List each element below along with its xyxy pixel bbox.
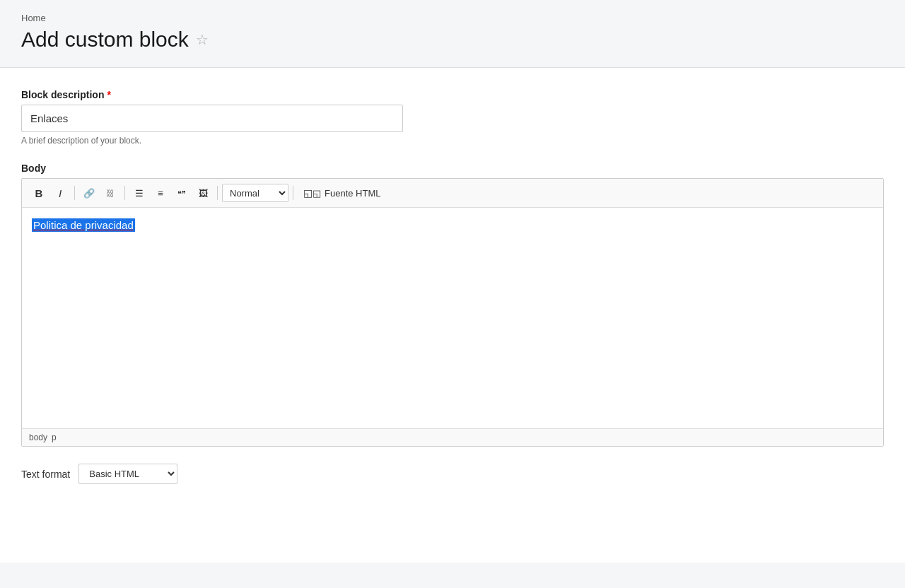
block-description-field-group: Block description * A brief description …	[21, 89, 884, 146]
editor-statusbar: body p	[22, 428, 883, 446]
editor-content-area[interactable]: Politica de privacidad	[22, 208, 883, 428]
unordered-list-button[interactable]	[129, 183, 149, 203]
image-icon	[199, 187, 208, 199]
page-header: Home Add custom block ☆	[0, 0, 905, 68]
toolbar-divider-4	[293, 186, 293, 200]
block-description-label-text: Block description	[21, 89, 104, 100]
link-icon	[83, 187, 95, 199]
statusbar-tag-body: body	[29, 433, 47, 442]
source-html-button[interactable]: ◱ Fuente HTML	[298, 184, 386, 201]
italic-button[interactable]: I	[50, 183, 70, 203]
image-button[interactable]	[193, 183, 213, 203]
body-field-group: Body B I	[21, 163, 884, 447]
page-title-row: Add custom block ☆	[21, 28, 884, 52]
required-star: *	[107, 89, 110, 100]
format-select-wrapper: Normal Heading 1 Heading 2 Heading 3 Hea…	[222, 184, 288, 202]
ordered-list-button[interactable]	[151, 183, 170, 203]
page-content: Block description * A brief description …	[0, 68, 905, 563]
unlink-icon	[106, 187, 115, 199]
statusbar-tag-p: p	[52, 433, 57, 442]
text-format-row: Text format Basic HTML Restricted HTML F…	[21, 464, 884, 484]
unlink-button[interactable]	[100, 183, 120, 203]
editor-paragraph[interactable]: Politica de privacidad	[32, 219, 873, 231]
unordered-list-icon	[135, 187, 144, 199]
breadcrumb-home[interactable]: Home	[21, 13, 46, 23]
rich-text-editor: B I	[21, 178, 884, 447]
block-description-label: Block description *	[21, 89, 884, 100]
selected-text-span[interactable]: Politica de privacidad	[32, 218, 135, 232]
blockquote-icon	[177, 187, 186, 199]
format-select[interactable]: Normal Heading 1 Heading 2 Heading 3 Hea…	[222, 184, 288, 202]
text-format-label: Text format	[21, 469, 70, 480]
ordered-list-icon	[158, 187, 163, 199]
bold-button[interactable]: B	[29, 183, 49, 203]
block-description-input[interactable]	[21, 105, 403, 132]
block-description-hint: A brief description of your block.	[21, 136, 884, 146]
blockquote-button[interactable]	[172, 183, 192, 203]
bookmark-star-icon[interactable]: ☆	[196, 33, 209, 47]
breadcrumb[interactable]: Home	[21, 13, 884, 23]
page-title: Add custom block	[21, 28, 189, 52]
source-icon: ◱	[303, 187, 321, 199]
editor-toolbar: B I	[22, 179, 883, 208]
body-label: Body	[21, 163, 884, 174]
link-button[interactable]	[79, 183, 99, 203]
text-format-select[interactable]: Basic HTML Restricted HTML Full HTML	[78, 464, 177, 484]
source-label: Fuente HTML	[325, 188, 380, 199]
toolbar-divider-1	[74, 186, 75, 200]
toolbar-divider-2	[124, 186, 125, 200]
toolbar-divider-3	[217, 186, 218, 200]
